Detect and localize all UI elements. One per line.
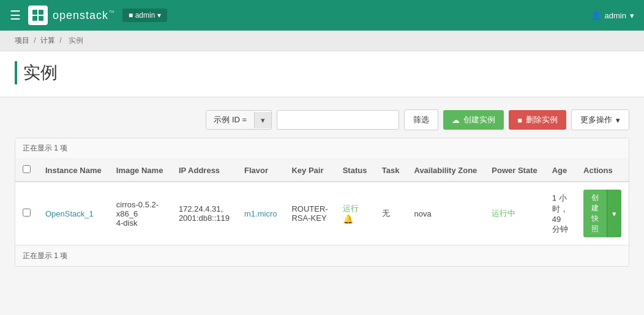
admin-badge-arrow: ▾ <box>157 11 161 20</box>
task-value: 无 <box>382 209 390 218</box>
create-snapshot-button[interactable]: 创建快照 <box>583 190 607 237</box>
page-title: 实例 <box>15 61 629 84</box>
logo-text: openstack™ <box>53 9 115 22</box>
col-header-availability-zone: Availability Zone <box>406 159 484 182</box>
table-header: Instance Name Image Name IP Address Flav… <box>15 159 629 182</box>
breadcrumb-separator: / <box>59 36 64 45</box>
table-info-top: 正在显示 1 项 <box>15 138 629 159</box>
instance-name-link[interactable]: OpenStack_1 <box>45 209 94 218</box>
actions-cell: 创建快照 ▾ <box>576 182 629 245</box>
main-content: 示例 ID = ▾ 筛选 ☁ 创建实例 ■ 删除实例 更多操作 ▾ 正在显示 1… <box>0 97 644 279</box>
user-menu[interactable]: 👤 admin ▾ <box>591 11 634 20</box>
ip-address-cell: 172.24.4.31,2001:db8::119 <box>171 182 237 245</box>
svg-rect-2 <box>32 16 37 21</box>
user-menu-arrow: ▾ <box>630 11 634 20</box>
breadcrumb-item-compute[interactable]: 计算 <box>40 36 55 45</box>
user-name-label: admin <box>605 11 626 20</box>
col-header-key-pair: Key Pair <box>284 159 335 182</box>
svg-rect-1 <box>39 10 43 15</box>
filter-dropdown-label: 示例 ID = <box>206 111 254 129</box>
instances-table-container: 正在显示 1 项 Instance Name Image Name IP Add… <box>15 138 629 267</box>
create-instance-button[interactable]: ☁ 创建实例 <box>443 110 504 130</box>
col-header-power-state: Power State <box>484 159 544 182</box>
more-actions-arrow: ▾ <box>616 116 620 125</box>
breadcrumb: 项目 / 计算 / 实例 <box>0 31 644 51</box>
nav-left: ☰ openstack™ ■ admin ▾ <box>10 6 167 25</box>
top-navigation: ☰ openstack™ ■ admin ▾ 👤 admin ▾ <box>0 0 644 31</box>
power-state-cell: 运行中 <box>484 182 544 245</box>
status-value: 运行 <box>343 204 359 213</box>
logo-icon <box>28 6 48 25</box>
table-row: OpenStack_1 cirros-0.5.2-x86_64-disk 172… <box>15 182 629 245</box>
search-input[interactable] <box>277 110 399 130</box>
table-info-bottom: 正在显示 1 项 <box>15 245 629 266</box>
select-all-checkbox[interactable] <box>23 165 31 173</box>
delete-icon: ■ <box>517 116 522 125</box>
svg-rect-3 <box>39 16 43 21</box>
col-header-actions: Actions <box>576 159 629 182</box>
col-header-instance-name: Instance Name <box>38 159 109 182</box>
breadcrumb-item-instances: 实例 <box>69 36 83 45</box>
nav-right: 👤 admin ▾ <box>591 11 634 20</box>
image-name-value: cirros-0.5.2-x86_64-disk <box>116 200 159 228</box>
breadcrumb-separator: / <box>34 36 38 45</box>
cloud-icon: ☁ <box>452 116 460 125</box>
instances-table: Instance Name Image Name IP Address Flav… <box>15 159 629 245</box>
power-state-value: 运行中 <box>492 209 515 218</box>
hamburger-menu[interactable]: ☰ <box>10 8 21 23</box>
table-body: OpenStack_1 cirros-0.5.2-x86_64-disk 172… <box>15 182 629 245</box>
svg-rect-0 <box>32 10 37 15</box>
task-cell: 无 <box>375 182 407 245</box>
filter-button[interactable]: 筛选 <box>404 109 438 130</box>
age-value: 1 小时，49 分钟 <box>552 193 568 234</box>
age-cell: 1 小时，49 分钟 <box>545 182 576 245</box>
image-name-cell: cirros-0.5.2-x86_64-disk <box>109 182 171 245</box>
instance-name-cell: OpenStack_1 <box>38 182 109 245</box>
ip-address-value: 172.24.4.31,2001:db8::119 <box>179 204 230 223</box>
col-header-image-name: Image Name <box>109 159 171 182</box>
page-header: 实例 <box>0 51 644 97</box>
admin-badge-label: ■ admin <box>129 11 155 20</box>
breadcrumb-item-project[interactable]: 项目 <box>15 36 29 45</box>
flavor-link[interactable]: m1.micro <box>244 209 277 218</box>
toolbar: 示例 ID = ▾ 筛选 ☁ 创建实例 ■ 删除实例 更多操作 ▾ <box>15 109 629 130</box>
availability-zone-cell: nova <box>406 182 484 245</box>
action-group: 创建快照 ▾ <box>583 190 621 237</box>
row-checkbox-cell <box>15 182 38 245</box>
delete-instance-button[interactable]: ■ 删除实例 <box>509 110 566 130</box>
admin-project-dropdown[interactable]: ■ admin ▾ <box>122 9 167 22</box>
select-all-header <box>15 159 38 182</box>
col-header-age: Age <box>545 159 576 182</box>
col-header-task: Task <box>375 159 407 182</box>
user-icon: 👤 <box>591 11 601 20</box>
col-header-ip-address: IP Address <box>171 159 237 182</box>
row-checkbox[interactable] <box>23 209 31 217</box>
flavor-cell: m1.micro <box>237 182 284 245</box>
logo-container: openstack™ <box>28 6 115 25</box>
availability-zone-value: nova <box>414 209 431 218</box>
more-actions-button[interactable]: 更多操作 ▾ <box>571 109 629 130</box>
key-pair-value: ROUTER-RSA-KEY <box>291 204 328 223</box>
status-cell: 运行 🔔 <box>335 182 375 245</box>
col-header-flavor: Flavor <box>237 159 284 182</box>
more-actions-group: 更多操作 ▾ <box>571 109 629 130</box>
filter-dropdown-arrow[interactable]: ▾ <box>254 112 271 128</box>
col-header-status: Status <box>335 159 375 182</box>
bell-icon: 🔔 <box>343 214 353 224</box>
key-pair-cell: ROUTER-RSA-KEY <box>284 182 335 245</box>
filter-dropdown[interactable]: 示例 ID = ▾ <box>206 110 272 130</box>
action-dropdown-arrow[interactable]: ▾ <box>607 190 621 237</box>
